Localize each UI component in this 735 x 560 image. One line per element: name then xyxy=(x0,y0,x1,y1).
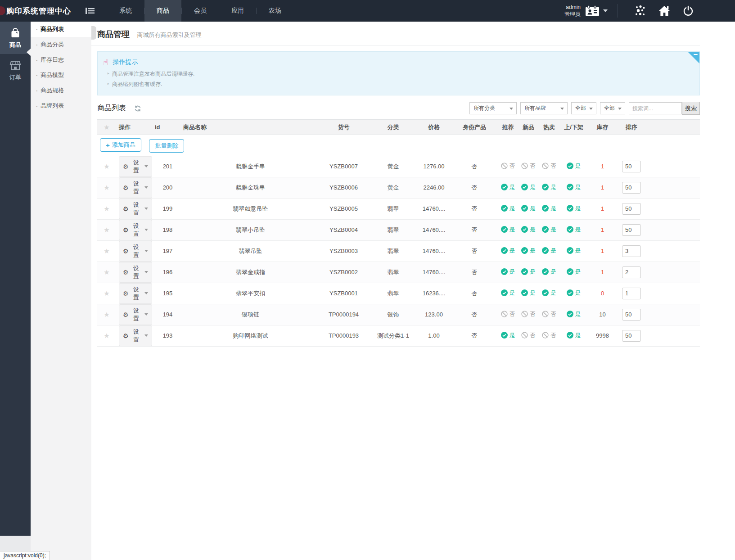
yes-badge[interactable]: 是 xyxy=(521,268,536,276)
yes-badge[interactable]: 是 xyxy=(501,289,515,297)
menu-item-system[interactable]: 系统 xyxy=(107,0,144,22)
menu-item-farm[interactable]: 农场 xyxy=(257,0,293,22)
row-settings-button[interactable]: ⚙设置 xyxy=(119,325,152,346)
product-name[interactable]: 银项链 xyxy=(180,304,318,325)
batch-delete-button[interactable]: 批量删除 xyxy=(149,139,184,153)
yes-badge[interactable]: 是 xyxy=(567,162,581,170)
yes-badge[interactable]: 是 xyxy=(542,268,556,276)
row-settings-button[interactable]: ⚙设置 xyxy=(119,156,152,177)
yes-badge[interactable]: 是 xyxy=(567,268,581,276)
row-settings-button[interactable]: ⚙设置 xyxy=(119,283,152,304)
sort-input[interactable] xyxy=(622,288,641,299)
menu-item-goods[interactable]: 商品 xyxy=(144,0,181,22)
row-settings-button[interactable]: ⚙设置 xyxy=(119,262,152,283)
yes-badge[interactable]: 是 xyxy=(567,289,581,297)
product-name[interactable]: 翡翠吊坠 xyxy=(180,240,318,262)
product-name[interactable]: 翡翠小吊坠 xyxy=(180,219,318,240)
row-settings-button[interactable]: ⚙设置 xyxy=(119,241,152,262)
favorite-star-icon[interactable]: ★ xyxy=(104,289,109,297)
status-filter-select-1[interactable]: 全部 xyxy=(571,102,596,114)
tips-collapse-fold[interactable] xyxy=(688,52,699,63)
sort-input[interactable] xyxy=(622,182,641,194)
no-badge[interactable]: 否 xyxy=(542,310,556,318)
yes-badge[interactable]: 是 xyxy=(567,204,581,212)
favorite-star-icon[interactable]: ★ xyxy=(104,226,109,234)
yes-badge[interactable]: 是 xyxy=(542,204,556,212)
row-settings-button[interactable]: ⚙设置 xyxy=(119,177,152,198)
yes-badge[interactable]: 是 xyxy=(501,204,515,212)
menu-item-members[interactable]: 会员 xyxy=(182,0,219,22)
sort-input[interactable] xyxy=(622,245,641,257)
row-settings-button[interactable]: ⚙设置 xyxy=(119,304,152,325)
favorite-star-icon[interactable]: ★ xyxy=(104,163,109,170)
product-name[interactable]: 翡翠平安扣 xyxy=(180,283,318,304)
product-name[interactable]: 翡翠金戒指 xyxy=(180,262,318,283)
yes-badge[interactable]: 是 xyxy=(521,226,536,234)
row-settings-button[interactable]: ⚙设置 xyxy=(119,220,152,240)
no-badge[interactable]: 否 xyxy=(521,310,536,318)
yes-badge[interactable]: 是 xyxy=(501,331,515,339)
row-settings-button[interactable]: ⚙设置 xyxy=(119,199,152,219)
submenu-item-goods-spec[interactable]: 商品规格 xyxy=(31,83,91,98)
power-icon[interactable] xyxy=(683,5,694,16)
sidebar-item-goods[interactable]: 商品 xyxy=(0,22,31,54)
yes-badge[interactable]: 是 xyxy=(501,226,515,234)
yes-badge[interactable]: 是 xyxy=(521,289,536,297)
search-button[interactable]: 搜索 xyxy=(682,102,700,115)
yes-badge[interactable]: 是 xyxy=(567,183,581,191)
product-name[interactable]: 貔貅金手串 xyxy=(180,156,318,177)
favorite-star-icon[interactable]: ★ xyxy=(104,332,109,339)
favorite-star-icon[interactable]: ★ xyxy=(104,184,109,191)
yes-badge[interactable]: 是 xyxy=(567,331,581,339)
product-name[interactable]: 翡翠如意吊坠 xyxy=(180,198,318,219)
panel-collapse-handle[interactable] xyxy=(91,26,96,40)
submenu-item-brand-list[interactable]: 品牌列表 xyxy=(31,98,91,113)
home-icon[interactable] xyxy=(658,5,670,16)
apps-grid-icon[interactable] xyxy=(634,5,646,17)
sidebar-toggle-icon[interactable] xyxy=(86,7,95,14)
search-input[interactable] xyxy=(629,102,682,114)
yes-badge[interactable]: 是 xyxy=(567,310,581,318)
sort-input[interactable] xyxy=(622,309,641,321)
favorite-star-icon[interactable]: ★ xyxy=(104,311,109,318)
yes-badge[interactable]: 是 xyxy=(521,204,536,212)
yes-badge[interactable]: 是 xyxy=(521,247,536,255)
yes-badge[interactable]: 是 xyxy=(501,247,515,255)
submenu-item-goods-category[interactable]: 商品分类 xyxy=(31,37,91,52)
sort-input[interactable] xyxy=(622,161,641,172)
no-badge[interactable]: 否 xyxy=(521,162,536,170)
yes-badge[interactable]: 是 xyxy=(567,247,581,255)
brand-filter-select[interactable]: 所有品牌 xyxy=(520,102,568,114)
sort-input[interactable] xyxy=(622,203,641,215)
no-badge[interactable]: 否 xyxy=(501,310,515,318)
no-badge[interactable]: 否 xyxy=(521,331,536,339)
sort-input[interactable] xyxy=(622,266,641,278)
yes-badge[interactable]: 是 xyxy=(542,226,556,234)
submenu-item-stock-log[interactable]: 库存日志 xyxy=(31,52,91,68)
yes-badge[interactable]: 是 xyxy=(521,183,536,191)
menu-item-apps[interactable]: 应用 xyxy=(219,0,256,22)
yes-badge[interactable]: 是 xyxy=(501,183,515,191)
refresh-icon[interactable] xyxy=(134,105,141,112)
yes-badge[interactable]: 是 xyxy=(542,289,556,297)
submenu-item-goods-model[interactable]: 商品模型 xyxy=(31,68,91,83)
no-badge[interactable]: 否 xyxy=(501,162,515,170)
yes-badge[interactable]: 是 xyxy=(501,268,515,276)
user-menu-button[interactable] xyxy=(585,5,608,17)
status-filter-select-2[interactable]: 全部 xyxy=(600,102,625,114)
sidebar-item-orders[interactable]: 订单 xyxy=(0,54,31,86)
product-name[interactable]: 购印网络测试 xyxy=(180,325,318,346)
category-filter-select[interactable]: 所有分类 xyxy=(469,102,517,114)
no-badge[interactable]: 否 xyxy=(542,331,556,339)
product-name[interactable]: 貔貅金珠串 xyxy=(180,177,318,198)
favorite-star-icon[interactable]: ★ xyxy=(104,247,109,255)
submenu-item-goods-list[interactable]: 商品列表 xyxy=(31,22,91,37)
yes-badge[interactable]: 是 xyxy=(542,183,556,191)
favorite-star-icon[interactable]: ★ xyxy=(104,268,109,276)
favorite-star-icon[interactable]: ★ xyxy=(104,205,109,212)
yes-badge[interactable]: 是 xyxy=(542,247,556,255)
add-product-button[interactable]: + 添加商品 xyxy=(100,138,141,152)
yes-badge[interactable]: 是 xyxy=(567,226,581,234)
no-badge[interactable]: 否 xyxy=(542,162,556,170)
sort-input[interactable] xyxy=(622,330,641,342)
